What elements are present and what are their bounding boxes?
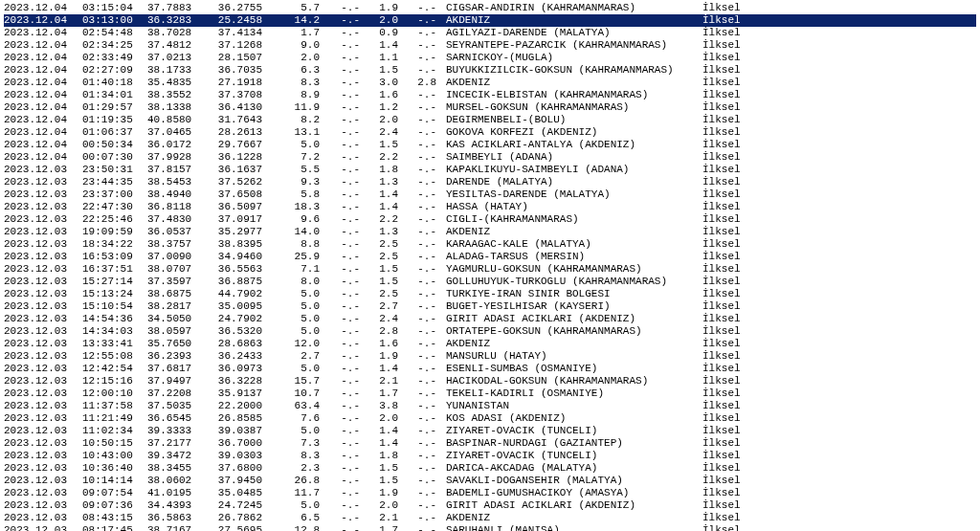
event-row[interactable]: 2023.12.0311:21:4936.654526.85857.6-.-2.… [4,412,976,425]
event-row[interactable]: 2023.12.0402:34:2537.481237.12689.0-.-1.… [4,39,976,52]
event-row[interactable]: 2023.12.0401:29:5738.133836.413011.9-.-1… [4,101,976,114]
event-date: 2023.12.04 [4,39,82,52]
event-md: -.- [327,487,366,499]
event-mw: -.- [404,276,446,288]
event-row[interactable]: 2023.12.0315:27:1437.359736.88758.0-.-1.… [4,276,976,288]
event-depth: 8.2 [270,114,327,126]
event-lon: 37.5262 [205,176,270,188]
event-lat: 38.0597 [147,325,205,338]
event-row[interactable]: 2023.12.0323:37:0038.494037.65085.8-.-1.… [4,188,976,201]
event-row[interactable]: 2023.12.0400:07:3037.992836.12287.2-.-2.… [4,151,976,164]
event-row[interactable]: 2023.12.0403:15:0437.788336.27555.7-.-1.… [4,2,976,14]
event-row[interactable]: 2023.12.0402:33:4937.021328.15072.0-.-1.… [4,52,976,64]
event-row[interactable]: 2023.12.0312:55:0836.239336.24332.7-.-1.… [4,350,976,363]
event-time: 11:02:34 [82,425,147,437]
event-row[interactable]: 2023.12.0312:15:1637.949736.322815.7-.-2… [4,375,976,387]
event-row[interactable]: 2023.12.0310:14:1438.060237.945026.8-.-1… [4,475,976,487]
event-date: 2023.12.04 [4,64,82,77]
event-time: 10:36:40 [82,462,147,475]
event-md: -.- [327,512,366,524]
event-lat: 38.3552 [147,89,205,101]
event-ml: 2.1 [366,512,404,524]
event-quality: İlksel [702,226,769,238]
event-ml: 1.4 [366,188,404,201]
event-ml: 1.7 [366,387,404,400]
event-ml: 1.4 [366,437,404,450]
event-mw: -.- [404,126,446,139]
event-depth: 5.0 [270,313,327,325]
event-row[interactable]: 2023.12.0400:50:3436.017229.76675.0-.-1.… [4,139,976,151]
event-row[interactable]: 2023.12.0402:27:0938.173336.70356.3-.-1.… [4,64,976,77]
event-row[interactable]: 2023.12.0310:50:1537.217736.70007.3-.-1.… [4,437,976,450]
event-md: -.- [327,89,366,101]
event-depth: 8.0 [270,276,327,288]
event-lon: 22.2000 [205,400,270,412]
event-time: 00:50:34 [82,139,147,151]
event-lon: 36.1637 [205,164,270,176]
event-row[interactable]: 2023.12.0312:42:5437.681736.09735.0-.-1.… [4,363,976,375]
event-row[interactable]: 2023.12.0401:06:3737.046528.261313.1-.-2… [4,126,976,139]
event-row[interactable]: 2023.12.0310:36:4038.345537.68002.3-.-1.… [4,462,976,475]
event-ml: 2.5 [366,288,404,300]
event-row[interactable]: 2023.12.0313:33:4135.765028.686312.0-.-1… [4,338,976,350]
event-row[interactable]: 2023.12.0314:34:0338.059736.53205.0-.-2.… [4,325,976,338]
event-row[interactable]: 2023.12.0309:07:3634.439324.72455.0-.-2.… [4,499,976,512]
event-row[interactable]: 2023.12.0315:13:2438.687544.79025.0-.-2.… [4,288,976,300]
event-date: 2023.12.03 [4,524,82,531]
event-lon: 39.0303 [205,450,270,462]
event-mw: -.- [404,176,446,188]
event-row[interactable]: 2023.12.0314:54:3634.505024.79025.0-.-2.… [4,313,976,325]
event-row[interactable]: 2023.12.0316:53:0937.009034.946025.9-.-2… [4,251,976,263]
event-row[interactable]: 2023.12.0323:50:3137.815736.16375.5-.-1.… [4,164,976,176]
event-depth: 2.0 [270,52,327,64]
event-lon: 28.1507 [205,52,270,64]
event-row[interactable]: 2023.12.0322:47:3036.811836.509718.3-.-1… [4,201,976,213]
event-row[interactable]: 2023.12.0318:34:2238.375738.83958.8-.-2.… [4,238,976,251]
event-row[interactable]: 2023.12.0312:00:1037.220835.913710.7-.-1… [4,387,976,400]
event-row[interactable]: 2023.12.0310:43:0039.347239.03038.3-.-1.… [4,450,976,462]
event-row[interactable]: 2023.12.0401:40:1835.483527.19188.3-.-3.… [4,77,976,89]
event-location: GOLLUHUYUK-TURKOGLU (KAHRAMANMARAS) [446,276,702,288]
event-row[interactable]: 2023.12.0308:17:4538.716727.569512.8-.-1… [4,524,976,531]
event-quality: İlksel [702,238,769,251]
event-row[interactable]: 2023.12.0403:13:0036.328325.245814.2-.-2… [4,14,976,27]
event-row[interactable]: 2023.12.0401:34:0138.355237.37088.9-.-1.… [4,89,976,101]
event-row[interactable]: 2023.12.0315:10:5438.281735.00955.0-.-2.… [4,300,976,313]
event-lon: 35.0485 [205,487,270,499]
event-ml: 2.2 [366,151,404,164]
event-quality: İlksel [702,64,769,77]
event-lat: 38.6875 [147,288,205,300]
event-date: 2023.12.03 [4,512,82,524]
event-row[interactable]: 2023.12.0401:19:3540.858031.76438.2-.-2.… [4,114,976,126]
event-lon: 36.5320 [205,325,270,338]
event-time: 23:50:31 [82,164,147,176]
event-md: -.- [327,213,366,226]
event-ml: 1.8 [366,164,404,176]
event-ml: 2.7 [366,300,404,313]
event-md: -.- [327,251,366,263]
event-ml: 1.6 [366,338,404,350]
event-depth: 12.8 [270,524,327,531]
event-row[interactable]: 2023.12.0311:02:3439.333339.03875.0-.-1.… [4,425,976,437]
event-date: 2023.12.03 [4,475,82,487]
event-quality: İlksel [702,288,769,300]
event-quality: İlksel [702,350,769,363]
event-row[interactable]: 2023.12.0322:25:4637.483037.09179.6-.-2.… [4,213,976,226]
event-row[interactable]: 2023.12.0308:43:1536.586326.78626.5-.-2.… [4,512,976,524]
event-row[interactable]: 2023.12.0319:09:5936.053735.297714.0-.-1… [4,226,976,238]
event-lat: 37.3597 [147,276,205,288]
event-row[interactable]: 2023.12.0309:07:5441.019535.048511.7-.-1… [4,487,976,499]
event-depth: 5.8 [270,188,327,201]
event-row[interactable]: 2023.12.0316:37:5138.070736.55637.1-.-1.… [4,263,976,276]
event-time: 13:33:41 [82,338,147,350]
event-md: -.- [327,363,366,375]
event-mw: -.- [404,101,446,114]
event-mw: -.- [404,89,446,101]
event-row[interactable]: 2023.12.0402:54:4838.702837.41341.7-.-0.… [4,27,976,39]
event-row[interactable]: 2023.12.0323:44:3538.545337.52629.3-.-1.… [4,176,976,188]
event-row[interactable]: 2023.12.0311:37:5837.503522.200063.4-.-3… [4,400,976,412]
event-lat: 36.3283 [147,14,205,27]
event-md: -.- [327,27,366,39]
event-location: SARNICKOY-(MUGLA) [446,52,702,64]
event-depth: 6.3 [270,64,327,77]
